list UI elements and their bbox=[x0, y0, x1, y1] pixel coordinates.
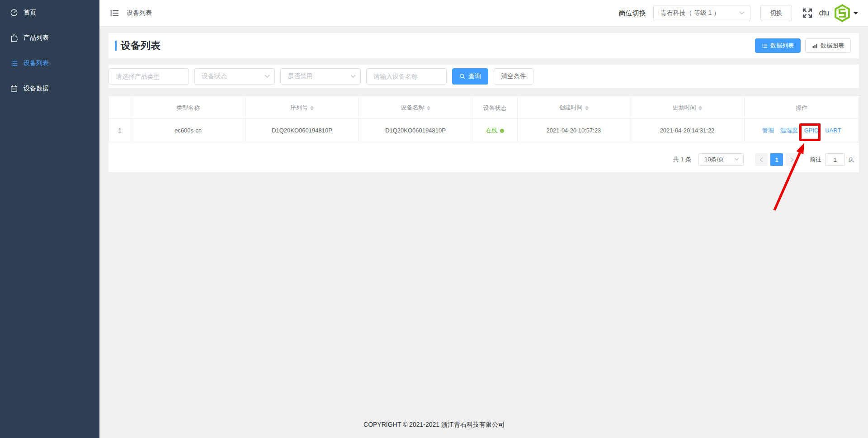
chevron-down-icon bbox=[264, 75, 270, 78]
sidebar-item-home[interactable]: 首页 bbox=[0, 0, 99, 25]
device-name-input[interactable] bbox=[366, 68, 447, 85]
page-size-select[interactable]: 10条/页 bbox=[698, 153, 744, 166]
device-data-icon bbox=[10, 85, 18, 93]
column-header-device-name[interactable]: 设备名称 bbox=[359, 97, 472, 119]
uart-link[interactable]: UART bbox=[825, 127, 841, 134]
position-select-value: 青石科技（ 等级 1 ） bbox=[660, 9, 739, 17]
goto-unit: 页 bbox=[849, 155, 854, 164]
search-button[interactable]: 查询 bbox=[452, 68, 488, 85]
list-icon bbox=[762, 43, 768, 49]
online-status-dot bbox=[500, 129, 504, 133]
cell-type-name: ec600s-cn bbox=[131, 119, 245, 142]
cell-updated-at: 2021-04-20 14:31:22 bbox=[630, 119, 745, 142]
goto-label: 前往 bbox=[810, 155, 821, 164]
pagination-total: 共 1 条 bbox=[673, 155, 691, 164]
sidebar-item-label: 产品列表 bbox=[24, 34, 49, 42]
column-header-updated[interactable]: 更新时间 bbox=[630, 97, 745, 119]
page-size-value: 10条/页 bbox=[704, 155, 724, 164]
data-list-button-label: 数据列表 bbox=[770, 42, 794, 50]
sidebar-item-label: 设备数据 bbox=[24, 85, 49, 93]
manage-link[interactable]: 管理 bbox=[762, 127, 774, 135]
top-navbar: 设备列表 岗位切换 青石科技（ 等级 1 ） 切换 dtu bbox=[99, 0, 868, 26]
search-button-label: 查询 bbox=[468, 72, 481, 80]
disabled-filter-placeholder: 是否禁用 bbox=[288, 72, 313, 80]
sidebar-collapse-icon[interactable] bbox=[109, 8, 119, 18]
column-header-serial[interactable]: 序列号 bbox=[245, 97, 359, 119]
filter-bar: 设备状态 是否禁用 查询 清空条件 bbox=[108, 65, 859, 88]
cell-actions: 管理 温湿度 GPIO UART bbox=[745, 119, 859, 142]
sort-icon[interactable] bbox=[310, 104, 314, 112]
chevron-down-icon bbox=[734, 158, 740, 161]
table-header-row: 类型名称 序列号 设备名称 设备状态 创建时间 更新时间 操作 bbox=[109, 97, 859, 119]
position-switch-label: 岗位切换 bbox=[619, 9, 646, 18]
product-type-input[interactable] bbox=[108, 68, 189, 85]
company-logo-icon[interactable] bbox=[833, 4, 852, 23]
device-table-card: 类型名称 序列号 设备名称 设备状态 创建时间 更新时间 操作 1 bbox=[108, 96, 859, 172]
cell-serial: D1Q20KO060194810P bbox=[245, 119, 359, 142]
cell-index: 1 bbox=[109, 119, 131, 142]
goto-page-input[interactable] bbox=[825, 153, 845, 166]
cell-created-at: 2021-04-20 10:57:23 bbox=[518, 119, 630, 142]
copyright-footer: COPYRIGHT © 2021-2021 浙江青石科技有限公司 bbox=[0, 421, 868, 429]
device-status-placeholder: 设备状态 bbox=[202, 72, 227, 80]
sidebar-item-devices[interactable]: 设备列表 bbox=[0, 51, 99, 76]
sort-icon[interactable] bbox=[585, 104, 589, 112]
device-table: 类型名称 序列号 设备名称 设备状态 创建时间 更新时间 操作 1 bbox=[108, 97, 859, 142]
data-chart-button-label: 数据图表 bbox=[821, 42, 844, 50]
next-page-button[interactable] bbox=[786, 153, 798, 166]
cell-device-name: D1Q20KO060194810P bbox=[359, 119, 472, 142]
sidebar-item-label: 首页 bbox=[24, 9, 36, 17]
gpio-link[interactable]: GPIO bbox=[804, 127, 819, 134]
fullscreen-icon[interactable] bbox=[802, 8, 813, 19]
breadcrumb: 设备列表 bbox=[127, 9, 152, 17]
chevron-down-icon bbox=[350, 75, 356, 78]
column-header-status: 设备状态 bbox=[472, 97, 518, 119]
device-status-select[interactable]: 设备状态 bbox=[194, 68, 275, 85]
dashboard-icon bbox=[10, 9, 18, 17]
prev-page-button[interactable] bbox=[755, 153, 768, 166]
status-text: 在线 bbox=[486, 127, 498, 134]
table-row: 1 ec600s-cn D1Q20KO060194810P D1Q20KO060… bbox=[109, 119, 859, 142]
pagination: 共 1 条 10条/页 1 前往 页 bbox=[108, 153, 859, 166]
cell-status: 在线 bbox=[472, 119, 518, 142]
data-list-button[interactable]: 数据列表 bbox=[755, 38, 801, 53]
search-icon bbox=[459, 73, 466, 80]
sidebar-item-device-data[interactable]: 设备数据 bbox=[0, 76, 99, 101]
sidebar: 首页 产品列表 设备列表 设备数据 bbox=[0, 0, 99, 438]
sort-icon[interactable] bbox=[427, 104, 430, 112]
position-select[interactable]: 青石科技（ 等级 1 ） bbox=[653, 5, 750, 21]
temp-humidity-link[interactable]: 温湿度 bbox=[780, 127, 798, 135]
clear-filters-button[interactable]: 清空条件 bbox=[494, 68, 533, 85]
device-list-icon bbox=[10, 59, 18, 67]
sort-icon[interactable] bbox=[698, 104, 702, 112]
user-menu-caret-icon[interactable] bbox=[854, 12, 858, 17]
page-header-card: 设备列表 数据列表 数据图表 bbox=[108, 33, 859, 58]
product-icon bbox=[10, 34, 18, 42]
chevron-down-icon bbox=[739, 11, 745, 15]
disabled-filter-select[interactable]: 是否禁用 bbox=[280, 68, 361, 85]
title-accent-bar bbox=[115, 41, 117, 51]
bar-chart-icon bbox=[812, 43, 818, 49]
switch-button[interactable]: 切换 bbox=[760, 5, 792, 21]
page-number-1[interactable]: 1 bbox=[770, 153, 783, 166]
page-title: 设备列表 bbox=[121, 39, 160, 52]
data-chart-button[interactable]: 数据图表 bbox=[805, 38, 851, 53]
column-header-type: 类型名称 bbox=[131, 97, 245, 119]
sidebar-item-products[interactable]: 产品列表 bbox=[0, 25, 99, 51]
column-header-index bbox=[109, 97, 131, 119]
sidebar-item-label: 设备列表 bbox=[24, 59, 49, 67]
column-header-created[interactable]: 创建时间 bbox=[518, 97, 630, 119]
column-header-actions: 操作 bbox=[745, 97, 859, 119]
username: dtu bbox=[819, 9, 829, 17]
